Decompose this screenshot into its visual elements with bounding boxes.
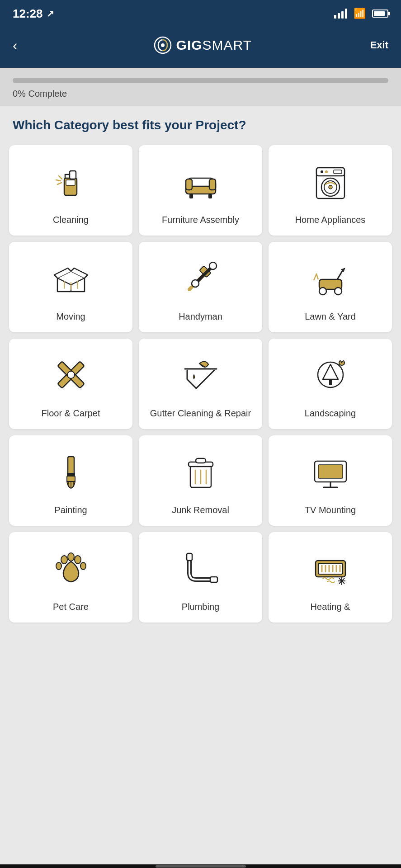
- category-cleaning[interactable]: Cleaning: [9, 145, 132, 236]
- status-time: 12:28 ↗: [13, 7, 54, 21]
- svg-rect-7: [186, 179, 192, 190]
- progress-label: 0% Complete: [13, 89, 388, 99]
- floor-carpet-label: Floor & Carpet: [41, 407, 100, 419]
- progress-bar-track: [13, 78, 388, 83]
- pet-care-icon: [51, 541, 91, 595]
- category-landscaping[interactable]: Landscaping: [269, 339, 392, 429]
- location-icon: ↗: [47, 8, 54, 19]
- cleaning-icon: [51, 154, 91, 208]
- svg-rect-34: [67, 476, 75, 481]
- svg-point-51: [75, 556, 81, 564]
- status-icons: 📶: [334, 8, 388, 19]
- landscaping-label: Landscaping: [305, 407, 356, 419]
- svg-rect-10: [208, 194, 212, 198]
- home-indicator: [156, 865, 246, 868]
- svg-rect-46: [318, 465, 343, 478]
- svg-point-50: [68, 553, 74, 561]
- svg-point-16: [321, 170, 323, 173]
- category-moving[interactable]: Moving: [9, 242, 132, 332]
- svg-point-30: [67, 371, 75, 378]
- category-tv-mounting[interactable]: TV Mounting: [269, 435, 392, 526]
- wifi-icon: 📶: [354, 8, 366, 19]
- progress-section: 0% Complete: [0, 68, 401, 106]
- handyman-label: Handyman: [179, 311, 222, 322]
- signal-icon: [334, 9, 347, 19]
- svg-rect-9: [189, 194, 193, 198]
- logo-gig: GIG: [176, 38, 203, 53]
- question-title: Which Category best fits your Project?: [13, 117, 388, 133]
- logo-icon: [154, 36, 172, 54]
- landscaping-icon: [310, 348, 351, 402]
- floor-carpet-icon: [51, 348, 91, 402]
- exit-button[interactable]: Exit: [370, 39, 388, 51]
- plumbing-icon: [180, 541, 221, 595]
- painting-label: Painting: [54, 504, 87, 516]
- svg-point-52: [56, 562, 61, 570]
- svg-rect-55: [210, 577, 217, 582]
- lawn-yard-icon: [310, 251, 351, 305]
- svg-rect-4: [70, 171, 76, 179]
- tv-mounting-label: TV Mounting: [305, 504, 356, 516]
- svg-point-23: [192, 280, 199, 287]
- painting-icon: [51, 444, 91, 499]
- home-appliances-label: Home Appliances: [295, 214, 366, 226]
- category-handyman[interactable]: Handyman: [139, 242, 262, 332]
- svg-point-15: [329, 185, 332, 189]
- svg-point-53: [80, 562, 86, 570]
- moving-label: Moving: [56, 311, 85, 322]
- handyman-icon: [180, 251, 221, 305]
- logo: GIG SMART: [154, 36, 252, 54]
- svg-point-17: [325, 170, 328, 173]
- category-heating[interactable]: Heating &: [269, 532, 392, 623]
- category-painting[interactable]: Painting: [9, 435, 132, 526]
- category-pet-care[interactable]: Pet Care: [9, 532, 132, 623]
- svg-point-22: [209, 262, 217, 269]
- svg-rect-8: [209, 179, 216, 190]
- time-display: 12:28: [13, 7, 43, 21]
- svg-rect-38: [67, 473, 75, 476]
- moving-icon: [51, 251, 91, 305]
- bottom-bar: [0, 864, 401, 868]
- category-furniture-assembly[interactable]: Furniture Assembly: [139, 145, 262, 236]
- status-bar: 12:28 ↗ 📶: [0, 0, 401, 27]
- svg-point-1: [161, 43, 165, 47]
- cleaning-label: Cleaning: [53, 214, 89, 226]
- svg-rect-41: [196, 458, 206, 463]
- category-junk-removal[interactable]: Junk Removal: [139, 435, 262, 526]
- tv-mounting-icon: [310, 444, 351, 499]
- lawn-yard-label: Lawn & Yard: [305, 311, 356, 322]
- pet-care-label: Pet Care: [53, 601, 89, 613]
- category-grid: Cleaning Furniture Assembly: [0, 138, 401, 636]
- svg-rect-54: [187, 553, 192, 561]
- battery-icon: [372, 9, 388, 18]
- heating-label: Heating &: [311, 601, 350, 613]
- junk-removal-label: Junk Removal: [172, 504, 229, 516]
- question-section: Which Category best fits your Project?: [0, 106, 401, 138]
- heating-icon: [310, 541, 351, 595]
- category-lawn-yard[interactable]: Lawn & Yard: [269, 242, 392, 332]
- gutter-icon: [180, 348, 221, 402]
- svg-rect-18: [334, 170, 342, 174]
- header: ‹ GIG SMART Exit: [0, 27, 401, 68]
- svg-point-49: [61, 556, 67, 564]
- logo-text: GIG SMART: [176, 38, 252, 53]
- back-button[interactable]: ‹: [13, 37, 35, 54]
- home-appliances-icon: [310, 154, 351, 208]
- svg-rect-3: [66, 180, 75, 185]
- logo-smart: SMART: [203, 38, 252, 53]
- category-gutter-cleaning[interactable]: Gutter Cleaning & Repair: [139, 339, 262, 429]
- category-plumbing[interactable]: Plumbing: [139, 532, 262, 623]
- furniture-icon: [180, 154, 221, 208]
- svg-point-26: [335, 288, 342, 295]
- svg-point-25: [319, 288, 326, 295]
- category-home-appliances[interactable]: Home Appliances: [269, 145, 392, 236]
- furniture-label: Furniture Assembly: [162, 214, 239, 226]
- junk-removal-icon: [180, 444, 221, 499]
- svg-line-27: [337, 270, 343, 279]
- category-floor-carpet[interactable]: Floor & Carpet: [9, 339, 132, 429]
- plumbing-label: Plumbing: [182, 601, 219, 613]
- gutter-label: Gutter Cleaning & Repair: [150, 407, 251, 419]
